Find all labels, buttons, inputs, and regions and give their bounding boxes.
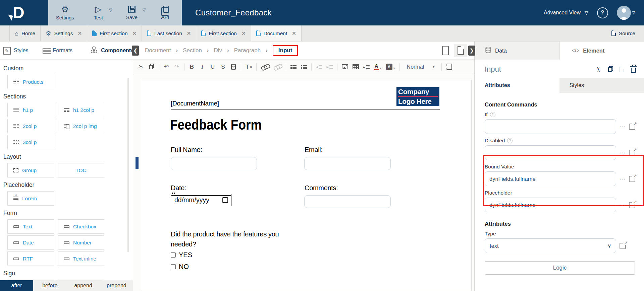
- comments-label[interactable]: Comments:: [305, 184, 338, 192]
- copy-button[interactable]: [148, 64, 154, 69]
- component-card-checkbox[interactable]: Checkbox: [58, 219, 104, 234]
- component-card-text-inline[interactable]: Text inline: [58, 251, 104, 266]
- if-input[interactable]: [485, 119, 616, 134]
- test-dropdown-icon[interactable]: ▽: [109, 7, 112, 12]
- save-button[interactable]: Save ▽: [115, 0, 149, 25]
- component-card-toc[interactable]: TOC: [58, 163, 104, 177]
- insert-image-button[interactable]: [342, 64, 348, 69]
- remove-format-button[interactable]: Tx: [246, 64, 252, 70]
- show-blocks-button[interactable]: [446, 64, 452, 70]
- collapse-panel-button[interactable]: ❯: [468, 46, 475, 56]
- formats-tool-tab[interactable]: Formats: [43, 48, 73, 54]
- component-card-text[interactable]: Text: [7, 219, 54, 234]
- breadcrumb-paragraph[interactable]: Paragraph: [234, 47, 261, 54]
- bold-button[interactable]: B: [189, 64, 195, 70]
- email-input[interactable]: [304, 157, 391, 170]
- external-link-icon[interactable]: [629, 176, 635, 182]
- component-card-2col-p-img[interactable]: 2col p img: [58, 119, 104, 133]
- source-button[interactable]: Source: [603, 25, 644, 41]
- tab-first-section[interactable]: First section ✕: [87, 25, 142, 41]
- strikethrough-button[interactable]: S: [220, 64, 226, 70]
- option-no-row[interactable]: NO: [171, 263, 189, 271]
- comments-input[interactable]: [304, 195, 391, 208]
- document-view-button[interactable]: [454, 44, 467, 57]
- data-tab[interactable]: Data: [475, 42, 560, 60]
- app-logo[interactable]: D: [13, 3, 36, 22]
- collapse-sidebar-button[interactable]: ❮: [132, 46, 139, 56]
- close-icon[interactable]: ✕: [292, 30, 296, 37]
- tab-settings[interactable]: ⚙ Settings ✕: [41, 25, 87, 41]
- breadcrumb-section[interactable]: Section: [183, 47, 202, 54]
- component-card-rtf[interactable]: RTF: [7, 251, 54, 266]
- component-card-group[interactable]: Group: [7, 163, 54, 177]
- tab-last-section[interactable]: Last section ✕: [142, 25, 196, 41]
- more-options-icon[interactable]: ···: [620, 124, 626, 130]
- calendar-icon[interactable]: [222, 197, 228, 203]
- logic-button[interactable]: Logic: [485, 261, 635, 275]
- tab-first-section-2[interactable]: First section ✕: [196, 25, 251, 41]
- ordered-list-button[interactable]: [290, 65, 297, 69]
- checkbox-icon[interactable]: [171, 252, 176, 258]
- cut-element-button[interactable]: ✂: [596, 65, 601, 73]
- insert-tab-append[interactable]: append: [67, 280, 100, 291]
- type-select[interactable]: text ∨: [485, 238, 616, 253]
- insert-tab-after[interactable]: after: [0, 280, 33, 291]
- italic-button[interactable]: I: [199, 64, 205, 70]
- close-icon[interactable]: ✕: [132, 30, 137, 37]
- component-card-date[interactable]: Date: [7, 235, 54, 250]
- breadcrumb-input-highlighted[interactable]: Input: [273, 45, 298, 56]
- text-color-button[interactable]: A▾: [374, 64, 382, 70]
- styles-tool-tab[interactable]: ✎ Styles: [3, 47, 29, 55]
- breadcrumb-div[interactable]: Div: [214, 47, 222, 54]
- more-options-icon[interactable]: ···: [620, 202, 626, 208]
- components-tool-tab[interactable]: Components: [90, 46, 134, 55]
- insert-block-button[interactable]: ▸: [363, 64, 370, 70]
- settings-button[interactable]: ⚙ Settings: [48, 0, 82, 25]
- component-card-h1-2col-p[interactable]: h1 2col p: [58, 103, 104, 117]
- document-heading[interactable]: Feedback Form: [170, 117, 262, 133]
- help-icon[interactable]: ?: [507, 138, 513, 143]
- indent-button[interactable]: ▸: [326, 64, 333, 70]
- user-menu[interactable]: ▽: [617, 6, 635, 20]
- tab-styles[interactable]: Styles: [559, 78, 644, 93]
- help-button[interactable]: ?: [597, 7, 608, 18]
- save-dropdown-icon[interactable]: ▽: [143, 7, 146, 12]
- link-button[interactable]: [261, 65, 269, 69]
- undo-button[interactable]: ↶: [163, 64, 169, 70]
- full-name-label[interactable]: Full Name:: [171, 146, 202, 154]
- breadcrumb-document[interactable]: Document: [145, 47, 171, 54]
- company-logo-placeholder[interactable]: Company Logo Here: [396, 87, 439, 106]
- full-name-input[interactable]: [171, 157, 257, 170]
- element-tab[interactable]: </> Element: [560, 42, 644, 60]
- tab-document[interactable]: Document ✕: [251, 25, 302, 41]
- question-text[interactable]: Did the product have the features you ne…: [171, 229, 302, 249]
- help-icon[interactable]: ?: [490, 112, 495, 117]
- sidebar-scrollbar[interactable]: [127, 78, 129, 252]
- external-link-icon[interactable]: [629, 202, 635, 208]
- component-card-products[interactable]: Products: [7, 75, 54, 89]
- insert-tab-before[interactable]: before: [33, 280, 66, 291]
- bullet-list-button[interactable]: [301, 65, 307, 69]
- api-button[interactable]: API: [149, 0, 182, 25]
- close-icon[interactable]: ✕: [241, 30, 246, 37]
- component-card-2col-p[interactable]: 2col p: [7, 119, 54, 133]
- tab-attributes[interactable]: Attributes: [475, 78, 559, 93]
- outdent-button[interactable]: ◂: [316, 64, 322, 70]
- full-page-view-button[interactable]: [439, 44, 452, 57]
- unlink-button[interactable]: [273, 65, 281, 69]
- checkbox-icon[interactable]: [171, 264, 176, 269]
- advanced-view-selector[interactable]: Advanced View ▽: [544, 10, 588, 16]
- date-label[interactable]: Date:: [171, 184, 186, 192]
- source-view-button[interactable]: <>: [230, 64, 236, 70]
- option-yes-row[interactable]: YES: [171, 251, 192, 259]
- document-page[interactable]: [DocumentName] Company Logo Here Feedbac…: [141, 80, 472, 291]
- disabled-input[interactable]: [485, 145, 616, 160]
- bound-value-input[interactable]: [485, 171, 616, 186]
- more-options-icon[interactable]: ···: [620, 176, 626, 182]
- component-card-3col-p[interactable]: 3col p: [7, 135, 54, 149]
- underline-button[interactable]: U: [210, 64, 216, 70]
- delete-element-button[interactable]: [631, 66, 636, 73]
- component-card-lorem[interactable]: Lorem: [7, 191, 54, 206]
- component-card-number[interactable]: Number: [58, 235, 104, 250]
- paste-element-button[interactable]: [620, 67, 624, 72]
